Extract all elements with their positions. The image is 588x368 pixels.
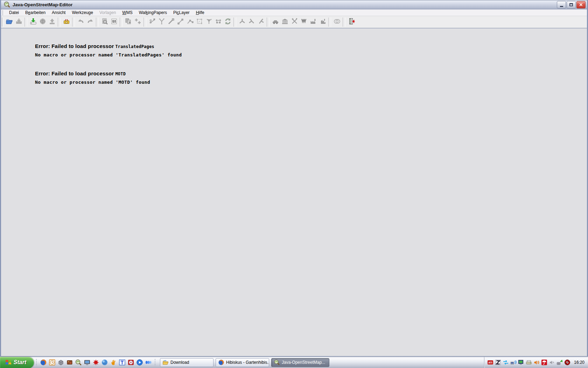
open-button[interactable] (5, 17, 14, 27)
title-bar[interactable]: Java-OpenStreetMap-Editor ✕ (1, 0, 587, 9)
task-button-download[interactable]: Download (160, 358, 214, 367)
distribute-nodes-button[interactable] (214, 17, 223, 27)
taskband-grip[interactable] (154, 359, 156, 366)
tray-audio-device-icon[interactable] (549, 359, 555, 366)
angle-tool-2-button[interactable] (247, 17, 256, 27)
preferences-button[interactable] (62, 17, 71, 27)
quicklaunch-media-patch-icon[interactable] (66, 359, 73, 366)
copy-tags-icon (125, 18, 132, 27)
quicklaunch-text-editor-icon[interactable] (119, 359, 126, 366)
menu-item-ansicht[interactable]: Ansicht (49, 9, 69, 16)
bank-preset-button[interactable] (280, 17, 289, 27)
search-button[interactable] (100, 17, 109, 27)
angle-tool-1-button[interactable] (237, 17, 247, 27)
task-button-hibiskus-gartenhibis[interactable]: Hibiskus - Gartenhibis... (216, 358, 269, 367)
continue-way-button[interactable] (185, 17, 195, 27)
save-icon (15, 18, 23, 27)
refresh-button[interactable] (223, 17, 232, 27)
quicklaunch-firefox-icon[interactable] (40, 359, 47, 366)
castle-preset-button[interactable] (299, 17, 308, 27)
menu-item-hilfe[interactable]: Hilfe (193, 9, 208, 16)
task-button-label: Java-OpenStreetMap... (282, 360, 325, 365)
error-processor-name: MOTD (115, 71, 126, 76)
split-way-button[interactable] (147, 17, 157, 27)
redo-icon (86, 18, 94, 27)
minimize-button[interactable] (557, 1, 566, 8)
quicklaunch-cd-burner-icon[interactable] (127, 359, 134, 366)
menu-item-wms[interactable]: WMS (119, 9, 135, 16)
menu-bar: DateiBearbeitenAnsichtWerkzeugeVorlagenW… (1, 9, 587, 16)
tray-net-activity-icon[interactable] (503, 359, 509, 366)
follow-line-button[interactable] (176, 17, 185, 27)
factory-preset-icon (309, 18, 317, 27)
orthogonalize-button[interactable] (195, 17, 204, 27)
menu-drag-grip[interactable] (2, 10, 4, 15)
tray-avira-antivirus-icon[interactable] (541, 359, 547, 366)
works-preset-button[interactable] (318, 17, 327, 27)
quicklaunch-weather-ball-icon[interactable] (101, 359, 108, 366)
toolbar-separator (328, 18, 331, 27)
parallel-way-icon (333, 18, 341, 27)
tray-usb-remove-icon[interactable] (556, 359, 563, 366)
undo-button[interactable] (76, 17, 85, 27)
angle-tool-3-button[interactable] (256, 17, 266, 27)
quicklaunch-bluetooth-pills-icon[interactable] (145, 359, 152, 366)
quicklaunch-paint-splat-icon[interactable] (92, 359, 99, 366)
menu-item-vorlagen[interactable]: Vorlagen (96, 9, 119, 16)
close-button[interactable]: ✕ (576, 1, 586, 8)
task-button-java-openstreetmap[interactable]: Java-OpenStreetMap... (271, 358, 329, 367)
tray-printer-icon[interactable] (526, 359, 532, 366)
menu-item-werkzeuge[interactable]: Werkzeuge (69, 9, 96, 16)
combine-way-button[interactable] (157, 17, 166, 27)
upload-button[interactable] (47, 17, 57, 27)
save-button[interactable] (14, 17, 23, 27)
restaurant-preset-button[interactable] (289, 17, 299, 27)
svg-text:ATI: ATI (489, 361, 492, 364)
quicklaunch-archive-box-icon[interactable] (57, 359, 64, 366)
continue-way-icon (186, 18, 194, 27)
minimize-icon (560, 6, 563, 7)
copy-tags-button[interactable] (124, 17, 133, 27)
start-button[interactable]: Start (0, 357, 34, 368)
maximize-button[interactable] (567, 1, 576, 8)
tray-wireless-network-icon[interactable] (510, 359, 517, 366)
menu-item-datei[interactable]: Datei (6, 9, 22, 16)
menu-item-piclayer[interactable]: PicLayer (170, 9, 193, 16)
bank-preset-icon (281, 18, 289, 27)
redo-button[interactable] (85, 17, 95, 27)
angle-tool-3-icon (257, 18, 265, 27)
tray-ati-icon[interactable]: ATI (487, 359, 493, 366)
menu-item-walkingpapers[interactable]: WalkingPapers (136, 9, 170, 16)
car-preset-icon (272, 18, 279, 27)
menu-item-bearbeiten[interactable]: Bearbeiten (22, 9, 49, 16)
merge-nodes-button[interactable] (133, 17, 142, 27)
unglue-node-button[interactable] (204, 17, 214, 27)
download-continue-icon (39, 18, 47, 27)
draw-way-button[interactable] (166, 17, 176, 27)
tray-zonealarm-icon[interactable] (495, 359, 501, 366)
tray-volume-icon[interactable] (533, 359, 540, 366)
exit-button[interactable] (346, 17, 356, 27)
error-title-prefix: Error: Failed to load processor (35, 70, 114, 76)
quicklaunch-clock-app-icon[interactable] (49, 359, 56, 366)
upload-icon (48, 18, 56, 27)
tray-display-settings-icon[interactable] (518, 359, 524, 366)
quicklaunch-grip[interactable] (36, 359, 37, 366)
exit-icon (348, 18, 355, 27)
start-label: Start (14, 359, 29, 366)
map-view-area[interactable]: Error: Failed to load processorTranslate… (1, 28, 587, 356)
parallel-way-button[interactable] (332, 17, 342, 27)
quicklaunch-hand-tool-icon[interactable] (110, 359, 117, 366)
car-preset-button[interactable] (271, 17, 280, 27)
toolbar-drag-grip[interactable] (2, 18, 3, 27)
download-button[interactable] (28, 17, 38, 27)
toolbar-separator (120, 18, 122, 27)
quick-launch-bar (39, 359, 153, 366)
quicklaunch-media-player-icon[interactable] (136, 359, 143, 366)
quicklaunch-display-icon[interactable] (84, 359, 91, 366)
tray-security-app-icon[interactable] (564, 359, 570, 366)
toggle-dialogs-button[interactable] (109, 17, 119, 27)
quicklaunch-josm-icon[interactable] (75, 359, 82, 366)
download-continue-button[interactable] (38, 17, 47, 27)
factory-preset-button[interactable] (308, 17, 318, 27)
